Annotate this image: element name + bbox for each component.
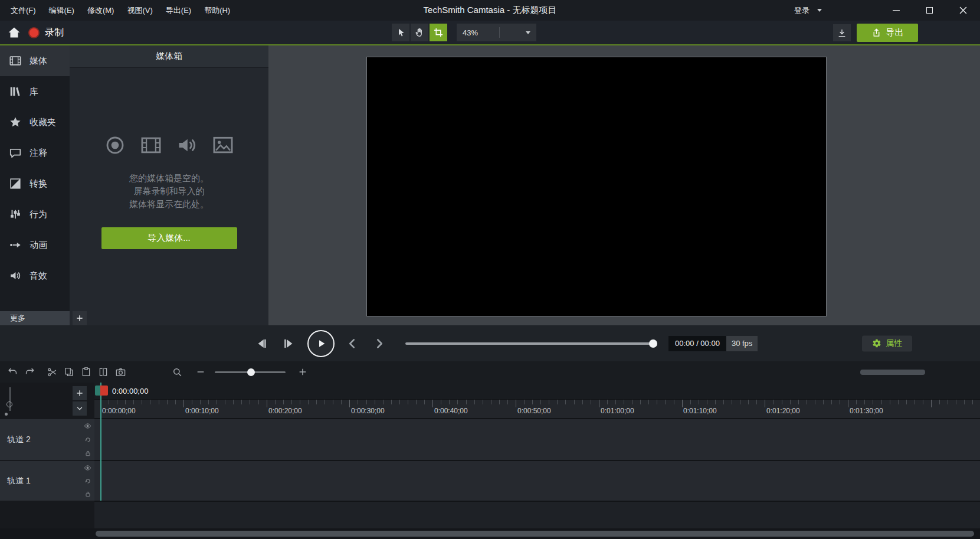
canvas-area[interactable] xyxy=(268,45,980,325)
record-button[interactable]: 录制 xyxy=(28,27,64,39)
speaker-icon xyxy=(176,134,198,156)
menu-modify[interactable]: 修改(M) xyxy=(81,2,120,19)
signin-label[interactable]: 登录 xyxy=(794,5,809,16)
track-header-1[interactable]: 轨道 1 xyxy=(0,461,94,501)
sidebar-item-animations[interactable]: 动画 xyxy=(0,230,70,260)
track-header-2[interactable]: 轨道 2 xyxy=(0,419,94,460)
transition-icon xyxy=(9,177,22,190)
cut-button[interactable] xyxy=(45,365,59,379)
callout-icon xyxy=(9,146,22,159)
sidebar-more-button[interactable]: 更多 xyxy=(0,311,70,325)
sidebar-item-label: 行为 xyxy=(30,209,47,220)
menubar: 文件(F) 编辑(E) 修改(M) 视图(V) 导出(E) 帮助(H) xyxy=(0,2,236,19)
media-bin-header: 媒体箱 xyxy=(70,45,268,68)
undo-button[interactable] xyxy=(5,365,19,379)
paste-button[interactable] xyxy=(79,365,93,379)
filmstrip-icon xyxy=(9,54,22,67)
scissors-icon xyxy=(47,367,58,378)
timeline-content: 0:00:00;00 0:00:10;00 0:00:20;00 0:00:30… xyxy=(94,383,980,528)
sidebar-item-library[interactable]: 库 xyxy=(0,76,70,107)
media-bin-panel: 媒体箱 您的媒体箱是空的。 屏幕录制和导入的 媒体将显示在此处。 xyxy=(70,45,268,325)
eye-icon[interactable] xyxy=(84,422,91,430)
split-button[interactable] xyxy=(96,365,110,379)
seek-slider-knob[interactable] xyxy=(649,339,657,348)
timeline-zoom-slider[interactable] xyxy=(215,371,286,373)
maximize-icon xyxy=(926,7,933,14)
copy-button[interactable] xyxy=(62,365,76,379)
sidebar-item-favorites[interactable]: 收藏夹 xyxy=(0,107,70,138)
seek-slider[interactable] xyxy=(405,342,655,345)
track-height-slider[interactable] xyxy=(5,387,15,417)
crop-tool-button[interactable] xyxy=(430,24,447,41)
share-icon xyxy=(871,28,881,38)
home-button[interactable] xyxy=(7,25,21,40)
divider xyxy=(94,501,980,502)
minimize-button[interactable] xyxy=(879,0,913,21)
books-icon xyxy=(9,85,22,98)
playhead-in-marker[interactable] xyxy=(95,386,100,396)
playhead-out-marker[interactable] xyxy=(100,386,108,396)
slider-knob[interactable] xyxy=(6,401,12,407)
track-options-button[interactable] xyxy=(73,401,87,416)
gear-icon xyxy=(872,339,881,348)
loop-icon[interactable] xyxy=(84,478,91,485)
sidebar-item-media[interactable]: 媒体 xyxy=(0,45,70,76)
export-label: 导出 xyxy=(886,27,904,38)
screenshot-button[interactable] xyxy=(113,365,127,379)
previous-frame-button[interactable] xyxy=(254,336,269,351)
maximize-button[interactable] xyxy=(913,0,946,21)
previous-clip-button[interactable] xyxy=(345,336,360,351)
sliders-icon xyxy=(9,208,22,221)
speaker-icon xyxy=(9,269,22,282)
cursor-tool-button[interactable] xyxy=(392,24,409,41)
zoom-in-button[interactable] xyxy=(296,365,310,379)
chevron-left-icon xyxy=(345,336,360,351)
timeline-zoom-knob[interactable] xyxy=(247,368,255,376)
timeline: 0:00:00;00 0:00:10;00 0:00:20;00 0:00:30… xyxy=(0,383,980,528)
timeline-zoom-button[interactable] xyxy=(170,365,184,379)
menu-help[interactable]: 帮助(H) xyxy=(198,2,236,19)
star-icon xyxy=(9,116,22,129)
export-button[interactable]: 导出 xyxy=(857,24,918,42)
menu-file[interactable]: 文件(F) xyxy=(5,2,42,19)
eye-icon[interactable] xyxy=(84,464,91,472)
add-tool-button[interactable] xyxy=(73,311,87,325)
track-controls-column: 轨道 2 轨道 1 xyxy=(0,383,94,528)
sidebar-item-transitions[interactable]: 转换 xyxy=(0,168,70,199)
close-button[interactable] xyxy=(946,0,980,21)
menu-view[interactable]: 视图(V) xyxy=(121,2,158,19)
chevron-down-icon xyxy=(817,9,822,12)
signin-area[interactable]: 登录 xyxy=(794,5,822,16)
sidebar-item-annotations[interactable]: 注释 xyxy=(0,138,70,168)
lock-icon[interactable] xyxy=(84,491,91,498)
playhead-line[interactable] xyxy=(100,383,101,501)
horizontal-scrollbar[interactable] xyxy=(0,528,980,539)
video-preview[interactable] xyxy=(366,57,827,316)
play-button[interactable] xyxy=(307,330,335,357)
play-icon xyxy=(314,337,328,351)
pan-tool-button[interactable] xyxy=(411,24,428,41)
horizontal-scrollbar-thumb[interactable] xyxy=(96,531,974,537)
loop-icon[interactable] xyxy=(84,436,91,443)
import-media-button[interactable]: 导入媒体... xyxy=(101,227,237,249)
timeline-ruler[interactable]: 0:00:00;00 0:00:10;00 0:00:20;00 0:00:30… xyxy=(94,399,980,418)
sidebar-item-audio-effects[interactable]: 音效 xyxy=(0,260,70,291)
properties-button[interactable]: 属性 xyxy=(862,335,912,351)
canvas-zoom-dropdown[interactable]: 43% xyxy=(457,24,536,41)
track-label: 轨道 2 xyxy=(7,435,31,445)
redo-button[interactable] xyxy=(22,365,37,379)
next-frame-button[interactable] xyxy=(281,336,297,351)
next-clip-button[interactable] xyxy=(372,336,387,351)
menu-export[interactable]: 导出(E) xyxy=(160,2,197,19)
download-button[interactable] xyxy=(833,24,851,41)
empty-text-line: 屏幕录制和导入的 xyxy=(70,185,268,198)
timeline-horizontal-scrollbar[interactable] xyxy=(860,370,925,375)
lock-icon[interactable] xyxy=(84,450,91,457)
record-icon xyxy=(28,27,40,38)
add-track-button[interactable] xyxy=(73,386,87,400)
sidebar-item-behaviors[interactable]: 行为 xyxy=(0,199,70,230)
zoom-out-button[interactable] xyxy=(194,365,208,379)
menu-edit[interactable]: 编辑(E) xyxy=(43,2,80,19)
image-icon xyxy=(212,134,234,156)
sidebar-item-label: 注释 xyxy=(30,148,47,159)
